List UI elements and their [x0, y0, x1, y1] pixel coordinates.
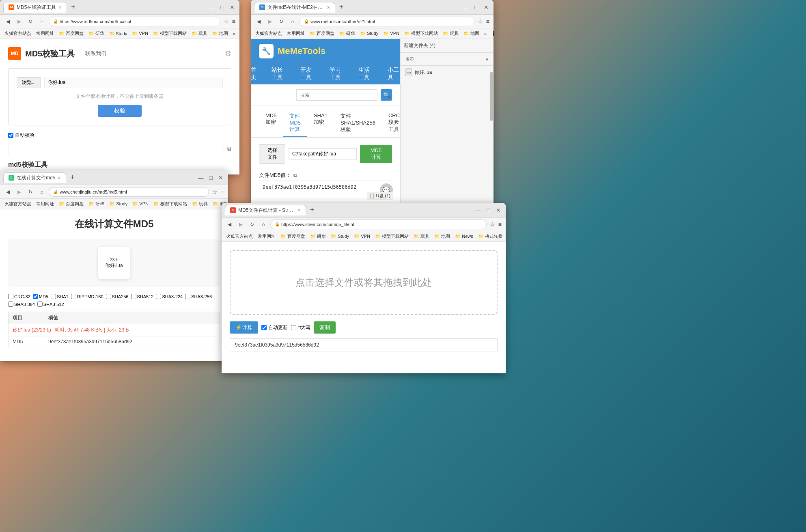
chk-ripemd[interactable]: RIPEMD-160 [71, 294, 103, 299]
browse-button[interactable]: 浏览... [17, 77, 41, 88]
minimize-2[interactable]: — [462, 4, 471, 11]
bm-study-3[interactable]: 📁 Study [107, 200, 129, 207]
bm-common-4[interactable]: 常用网址 [256, 233, 278, 240]
tab-file-md5[interactable]: 文件MD5计算 [283, 109, 307, 137]
file-path-input[interactable] [289, 148, 357, 159]
bm-study-1[interactable]: 📁 Study [107, 30, 129, 37]
bm-baidu-4[interactable]: 📁 百度网盘 [278, 233, 307, 240]
tab-md5-encrypt[interactable]: MD5加密 [259, 109, 283, 137]
menu-icon-2[interactable]: ≡ [485, 17, 490, 26]
new-tab-btn-2[interactable]: + [336, 2, 347, 13]
nav-small[interactable]: 小工具 [388, 67, 400, 81]
bm-common-2[interactable]: 常用网址 [285, 30, 307, 37]
contact-link[interactable]: 联系我们 [85, 50, 106, 57]
nav-dev[interactable]: 开发工具 [300, 67, 317, 81]
maximize-4[interactable]: □ [485, 207, 492, 213]
nav-study[interactable]: 学习工具 [330, 67, 347, 81]
bm-map-2[interactable]: 📁 地图 [461, 30, 481, 37]
nav-webmaster[interactable]: 站长工具 [272, 67, 289, 81]
bm-toys-3[interactable]: 📁 玩具 [190, 200, 210, 208]
chk-md5[interactable]: MD5 [33, 294, 48, 299]
menu-icon-1[interactable]: ≡ [231, 17, 236, 26]
bm-baidu-3[interactable]: 📁 百度网盘 [57, 200, 86, 208]
bm-model-4[interactable]: 📁 模型下载网站 [373, 233, 411, 240]
bm-huohu-2[interactable]: 火狐官方站点 [253, 30, 284, 37]
tab-file-sha[interactable]: 文件SHA1/SHA256校验 [334, 109, 382, 137]
star-icon-4[interactable]: ☆ [489, 220, 496, 228]
back-btn-3[interactable]: ◀ [3, 187, 12, 196]
bm-huohu-3[interactable]: 火狐官方站点 [2, 200, 33, 208]
bm-mobile-1[interactable]: 📱 移动设备上的书签 [238, 30, 239, 37]
bm-yanhua-1[interactable]: 📁 研华 [86, 30, 106, 37]
calc-md5-button[interactable]: MD5计算 [360, 145, 392, 163]
tab-cj-md5[interactable]: C 在线计算文件md5 ✕ [3, 172, 66, 183]
new-tab-btn-4[interactable]: + [307, 205, 317, 215]
settings-icon[interactable]: ⚙ [225, 49, 231, 58]
chk-sha256[interactable]: SHA256 [106, 294, 129, 299]
address-bar-1[interactable]: 🔒 https://www.md5ma.com/md5-calcul [49, 17, 220, 26]
nav-home[interactable]: 首页 [251, 67, 259, 81]
minimize-4[interactable]: — [474, 207, 483, 213]
address-bar-3[interactable]: 🔒 www.chenjingjiu.cn/md5/md5.html [49, 187, 209, 197]
auto-update-label[interactable]: 自动更新 [261, 324, 288, 331]
bm-huohu-1[interactable]: 火狐官方站点 [2, 30, 33, 37]
bm-map-4[interactable]: 📁 地图 [432, 233, 452, 240]
back-btn-1[interactable]: ◀ [3, 17, 12, 26]
home-btn-1[interactable]: ⌂ [37, 17, 46, 26]
close-tab-4[interactable]: ✕ [297, 208, 301, 213]
close-4[interactable]: ✕ [494, 207, 502, 213]
search-button-metools[interactable]: 🔍 [381, 89, 392, 101]
bm-toys-2[interactable]: 📁 玩具 [441, 30, 461, 37]
refresh-btn-4[interactable]: ↻ [248, 220, 256, 229]
bm-model-3[interactable]: 📁 模型下载网站 [151, 200, 189, 208]
bm-vpn-2[interactable]: 📁 VPN [381, 30, 401, 37]
chk-crc32[interactable]: CRC-32 [8, 294, 30, 299]
home-btn-4[interactable]: ⌂ [259, 220, 268, 229]
new-tab-btn-1[interactable]: + [68, 2, 78, 13]
forward-btn-2[interactable]: ▶ [265, 17, 274, 26]
star-icon-3[interactable]: ☆ [211, 188, 218, 196]
home-btn-2[interactable]: ⌂ [288, 17, 297, 26]
file-drop-area[interactable]: 23 b 你好.lua [8, 239, 220, 287]
refresh-btn-3[interactable]: ↻ [26, 187, 35, 196]
bm-yanhua-2[interactable]: 📁 研华 [337, 30, 357, 37]
minimize-3[interactable]: — [196, 174, 205, 181]
address-bar-4[interactable]: 🔒 https://www.strerr.com/cn/md5_file.ht [270, 220, 487, 229]
tab-metools[interactable]: M 文件md5在线计-ME2在线工 ✕ [254, 2, 335, 13]
star-icon-1[interactable]: ☆ [223, 17, 230, 26]
close-1[interactable]: ✕ [228, 4, 236, 11]
uppercase-label[interactable]: □大写 [291, 324, 310, 331]
bm-vpn-3[interactable]: 📁 VPN [130, 200, 151, 207]
bm-map-1[interactable]: 📁 地图 [210, 30, 230, 37]
bm-common-3[interactable]: 常用网址 [34, 200, 56, 208]
chk-sha1[interactable]: SHA1 [51, 294, 69, 299]
bm-model-2[interactable]: 📁 模型下载网站 [402, 30, 440, 37]
chk-sha3-512[interactable]: SHA3-512 [37, 302, 64, 307]
new-tab-btn-3[interactable]: + [67, 172, 78, 183]
close-tab-2[interactable]: ✕ [327, 5, 330, 10]
bm-model-1[interactable]: 📁 模型下载网站 [151, 30, 189, 37]
bm-news-4[interactable]: 📁 News [453, 233, 475, 240]
forward-btn-1[interactable]: ▶ [15, 17, 24, 26]
menu-icon-4[interactable]: ≡ [498, 220, 502, 228]
auto-verify-checkbox[interactable] [8, 133, 13, 138]
nav-life[interactable]: 生活工具 [358, 67, 375, 81]
menu-icon-3[interactable]: ≡ [220, 188, 225, 196]
bm-vpn-4[interactable]: 📁 VPN [352, 233, 372, 240]
search-input-metools[interactable] [296, 89, 377, 101]
strerr-calc-button[interactable]: ⚡计算 [230, 321, 258, 334]
refresh-btn-1[interactable]: ↻ [26, 17, 35, 26]
bm-study-4[interactable]: 📁 Study [329, 233, 351, 240]
bm-study-2[interactable]: 📁 Study [358, 30, 380, 37]
bm-baidu-2[interactable]: 📁 百度网盘 [308, 30, 336, 37]
maximize-1[interactable]: □ [219, 4, 226, 11]
chk-sha3-256[interactable]: SHA3-256 [185, 294, 212, 299]
forward-btn-3[interactable]: ▶ [15, 187, 24, 196]
bm-vpn-1[interactable]: 📁 VPN [130, 30, 150, 37]
bm-format-4[interactable]: 📁 格式转换 [476, 233, 505, 240]
close-3[interactable]: ✕ [217, 174, 225, 181]
bm-mobile-2[interactable]: 📱 移动设备上的书签 [489, 30, 494, 37]
bm-more-1[interactable]: » [231, 30, 237, 37]
refresh-btn-2[interactable]: ↻ [277, 17, 286, 26]
tab-sha1[interactable]: SHA1加密 [307, 109, 334, 137]
